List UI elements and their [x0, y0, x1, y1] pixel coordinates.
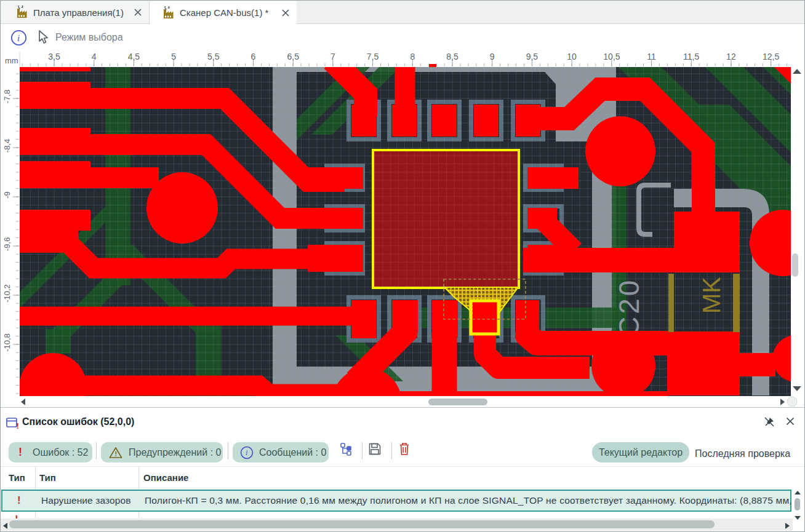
- svg-text:MK: MK: [698, 277, 725, 314]
- svg-text:i: i: [246, 448, 248, 457]
- svg-text:8,5: 8,5: [446, 52, 459, 62]
- svg-text:-7,8: -7,8: [2, 90, 12, 103]
- svg-text:!: !: [17, 421, 19, 430]
- svg-text:6,5: 6,5: [287, 52, 299, 62]
- svg-text:10,5: 10,5: [603, 52, 620, 62]
- svg-text:4: 4: [92, 52, 97, 62]
- svg-text:-10,2: -10,2: [2, 284, 12, 303]
- svg-text:-8,4: -8,4: [2, 139, 12, 153]
- svg-text:5,5: 5,5: [207, 52, 220, 62]
- svg-text:7,5: 7,5: [367, 52, 379, 62]
- svg-text:-10,8: -10,8: [2, 333, 12, 352]
- svg-text:9,5: 9,5: [526, 52, 539, 62]
- svg-text:11,5: 11,5: [683, 52, 699, 62]
- svg-text:!: !: [115, 450, 118, 458]
- svg-text:12: 12: [726, 52, 736, 62]
- svg-text:i: i: [17, 33, 20, 43]
- svg-text:8: 8: [410, 52, 415, 62]
- svg-text:5: 5: [171, 52, 176, 62]
- svg-text:mm: mm: [5, 56, 18, 65]
- svg-text:7: 7: [330, 52, 335, 62]
- svg-text:-9: -9: [2, 191, 12, 199]
- svg-text:3,5: 3,5: [48, 52, 60, 62]
- svg-text:12,5: 12,5: [763, 52, 779, 62]
- svg-text:6: 6: [251, 52, 256, 62]
- svg-text:4,5: 4,5: [128, 52, 140, 62]
- svg-text:11: 11: [647, 52, 656, 62]
- svg-text:9: 9: [490, 52, 495, 62]
- svg-text:10: 10: [567, 52, 577, 62]
- svg-text:-9,6: -9,6: [2, 237, 12, 251]
